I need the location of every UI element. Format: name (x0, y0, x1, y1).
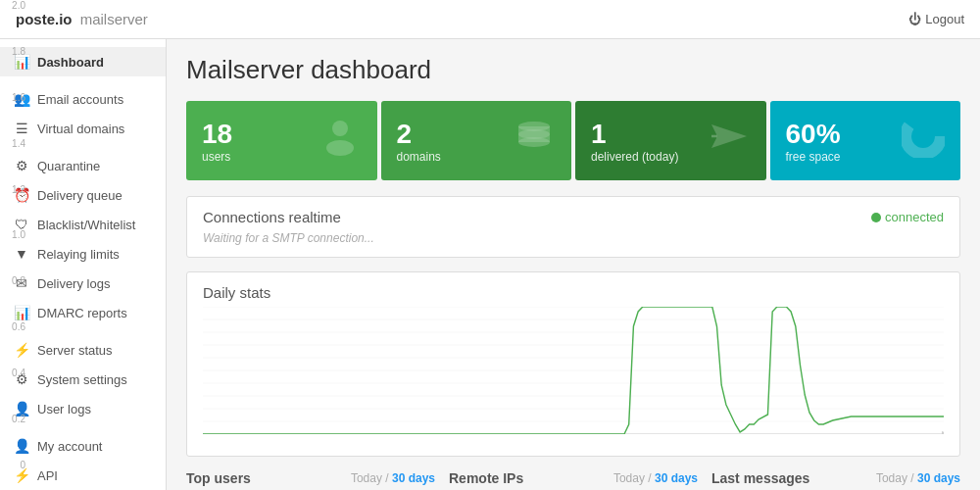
sidebar-label-system-settings: System settings (37, 372, 127, 387)
stat-card-freespace: 60% free space (770, 101, 961, 180)
delivered-label: delivered (today) (591, 150, 678, 164)
daily-stats-chart (203, 307, 944, 434)
daily-stats-box: Daily stats 2.0 1.8 1.6 1.4 1.2 1.0 0.8 … (186, 271, 960, 457)
sidebar-label-user-logs: User logs (37, 402, 91, 416)
last-messages-panel: Last messages Today / 30 days 250 Messag… (711, 470, 960, 490)
svg-marker-22 (942, 431, 944, 434)
sidebar-label-email-accounts: Email accounts (37, 92, 123, 107)
topbar: poste.io mailserver ⏻ Logout (0, 0, 980, 39)
sidebar-label-quarantine: Quarantine (37, 159, 100, 173)
svg-point-0 (332, 121, 348, 136)
stat-card-users: 18 users (186, 101, 377, 180)
domains-label: domains (397, 150, 441, 164)
top-users-tab-today[interactable]: Today (351, 471, 382, 485)
users-icon (318, 115, 362, 167)
top-users-tabs: Today / 30 days (351, 471, 435, 485)
remote-ips-tab-30days[interactable]: 30 days (655, 471, 698, 485)
freespace-icon (902, 115, 945, 167)
bottom-panels: Top users Today / 30 days 👤 admin@poste.… (186, 470, 960, 490)
status-label: connected (885, 210, 944, 224)
sidebar-label-dmarc: DMARC reports (37, 306, 127, 320)
remote-ips-tab-today[interactable]: Today (613, 471, 645, 485)
svg-point-1 (326, 140, 354, 156)
logout-label: Logout (925, 12, 964, 26)
logout-icon: ⏻ (908, 12, 921, 26)
status-dot (871, 213, 881, 222)
connections-subtitle: Waiting for a SMTP connection... (203, 231, 944, 245)
logout-button[interactable]: ⏻ Logout (908, 12, 964, 26)
domains-icon (513, 115, 556, 167)
svg-point-9 (906, 119, 941, 154)
top-users-title: Top users (186, 470, 251, 486)
sidebar-label-blacklist: Blacklist/Whitelist (37, 218, 135, 232)
stat-card-delivered: 1 delivered (today) (575, 101, 766, 180)
last-messages-tab-30days[interactable]: 30 days (917, 471, 960, 485)
stat-cards: 18 users 2 domains (186, 101, 960, 180)
sidebar-label-server-status: Server status (37, 343, 113, 358)
connection-status: connected (871, 210, 944, 224)
app-name: mailserver (80, 11, 148, 27)
connections-box: Connections realtime connected Waiting f… (186, 196, 960, 258)
sidebar-label-my-account: My account (37, 439, 102, 454)
sidebar-label-delivery-logs: Delivery logs (37, 276, 110, 291)
last-messages-tabs: Today / 30 days (876, 471, 960, 485)
freespace-number: 60% (786, 119, 841, 150)
main-content: Mailserver dashboard 18 users 2 dom (167, 39, 980, 490)
sidebar-label-dashboard: Dashboard (37, 55, 104, 70)
top-users-panel: Top users Today / 30 days 👤 admin@poste.… (186, 470, 435, 490)
remote-ips-title: Remote IPs (449, 470, 523, 486)
last-messages-title: Last messages (711, 470, 809, 486)
domains-number: 2 (397, 119, 441, 150)
last-messages-tab-today[interactable]: Today (876, 471, 907, 485)
sidebar-label-api: API (37, 468, 58, 483)
users-number: 18 (202, 119, 232, 150)
svg-point-6 (518, 137, 550, 147)
stat-card-domains: 2 domains (381, 101, 572, 180)
freespace-label: free space (786, 150, 841, 164)
remote-ips-tabs: Today / 30 days (613, 471, 698, 485)
top-users-tab-30days[interactable]: 30 days (392, 471, 435, 485)
sidebar-label-relaying: Relaying limits (37, 247, 120, 262)
delivered-icon (708, 115, 751, 167)
page-title: Mailserver dashboard (186, 55, 960, 85)
brand: poste.io mailserver (16, 11, 148, 27)
delivered-number: 1 (591, 119, 678, 150)
users-label: users (202, 150, 232, 164)
connections-title: Connections realtime (203, 209, 341, 225)
remote-ips-panel: Remote IPs Today / 30 days 🛡 ::1 localho… (449, 470, 698, 490)
sidebar-label-delivery-queue: Delivery queue (37, 188, 122, 203)
chart-title: Daily stats (203, 284, 944, 301)
sidebar-label-virtual-domains: Virtual domains (37, 122, 124, 136)
